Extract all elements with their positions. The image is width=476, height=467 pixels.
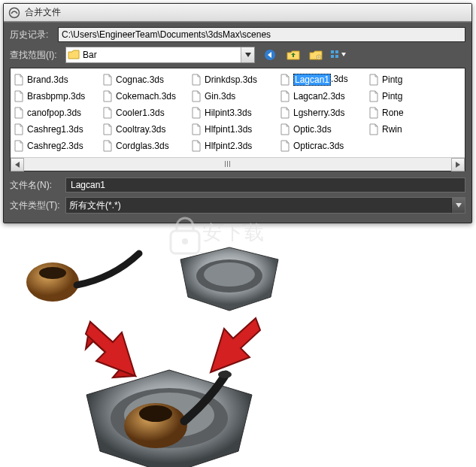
svg-point-12	[204, 262, 255, 287]
document-icon	[102, 123, 113, 135]
file-item[interactable]: Drinkdsp.3ds	[191, 73, 277, 86]
file-list-pane[interactable]: Brand.3dsBrasbpmp.3dscanofpop.3dsCashreg…	[10, 68, 465, 171]
document-icon	[280, 90, 290, 102]
scroll-right-button[interactable]	[451, 158, 465, 171]
document-icon	[191, 123, 202, 135]
history-input[interactable]	[58, 27, 465, 42]
file-name: canofpop.3ds	[27, 108, 81, 118]
history-label: 历史记录:	[10, 29, 58, 41]
svg-point-17	[218, 371, 232, 378]
file-name: Hlfpint1.3ds	[205, 124, 252, 135]
file-name: Brasbpmp.3ds	[27, 91, 85, 102]
scrollbar-grip-icon	[217, 159, 239, 168]
svg-rect-6	[335, 55, 338, 58]
document-icon	[368, 74, 379, 86]
file-item[interactable]: Brasbpmp.3ds	[14, 89, 99, 103]
document-icon	[191, 90, 202, 102]
lookin-label: 查找范围(I):	[10, 49, 65, 62]
combo-dropdown-icon[interactable]	[241, 47, 254, 62]
file-name: Hlfpint2.3ds	[205, 141, 252, 151]
file-item[interactable]: Hlfpint2.3ds	[191, 139, 277, 153]
file-item[interactable]: Brand.3ds	[14, 73, 99, 86]
document-icon	[102, 107, 113, 119]
lookin-row: 查找范围(I): Bar	[10, 47, 465, 63]
file-name: Opticrac.3ds	[293, 141, 344, 151]
svg-rect-4	[335, 50, 338, 53]
file-column: Brand.3dsBrasbpmp.3dscanofpop.3dsCashreg…	[14, 73, 99, 156]
file-item[interactable]: Cashreg1.3ds	[14, 123, 99, 136]
views-button[interactable]	[330, 47, 347, 62]
file-name: Drinkdsp.3ds	[205, 74, 257, 85]
document-icon	[368, 123, 379, 135]
file-item[interactable]: Lagcan2.3ds	[280, 89, 365, 103]
file-item[interactable]: Pintg	[368, 73, 454, 86]
file-name: Cooltray.3ds	[116, 124, 165, 135]
file-item[interactable]: Opticrac.3ds	[280, 139, 365, 153]
document-icon	[191, 107, 202, 119]
document-icon	[280, 107, 290, 119]
file-item[interactable]: Gin.3ds	[191, 89, 277, 103]
new-folder-button[interactable]	[308, 47, 324, 62]
file-name: Gin.3ds	[205, 91, 235, 102]
file-name: Cognac.3ds	[116, 74, 164, 85]
illustration-area	[0, 214, 476, 467]
file-item[interactable]: Cognac.3ds	[102, 73, 188, 86]
document-icon	[102, 74, 113, 86]
window-title: 合并文件	[25, 6, 61, 19]
filetype-value: 所有文件(*.*)	[69, 199, 121, 212]
document-icon	[14, 90, 24, 102]
file-item[interactable]: Hilpint3.3ds	[191, 106, 277, 120]
file-item[interactable]: Rone	[368, 106, 454, 120]
filetype-label: 文件类型(T):	[10, 199, 65, 212]
up-folder-button[interactable]	[285, 47, 302, 62]
file-item[interactable]: Rwin	[368, 123, 454, 136]
file-name: Hilpint3.3ds	[205, 108, 252, 118]
horizontal-scrollbar[interactable]	[11, 157, 465, 171]
lookin-folder-name: Bar	[81, 50, 241, 60]
file-item[interactable]: Cooler1.3ds	[102, 106, 188, 120]
file-name: Cashreg2.3ds	[27, 141, 83, 151]
scrollbar-track[interactable]	[24, 158, 451, 171]
back-button[interactable]	[262, 47, 279, 62]
filetype-combo[interactable]: 所有文件(*.*)	[65, 197, 465, 214]
file-column: Cognac.3dsCokemach.3dsCooler1.3dsCooltra…	[102, 73, 188, 156]
scroll-left-button[interactable]	[11, 158, 24, 171]
dialog-body: 历史记录: 查找范围(I): Bar	[4, 22, 471, 223]
svg-point-0	[10, 8, 20, 17]
svg-point-16	[139, 405, 172, 422]
titlebar[interactable]: 合并文件	[4, 4, 471, 22]
file-item[interactable]: Pintg	[368, 89, 454, 103]
file-name: Rone	[382, 108, 404, 118]
file-item[interactable]: Cokemach.3ds	[102, 89, 188, 103]
file-item[interactable]: Cooltray.3ds	[102, 123, 188, 136]
lookin-combo[interactable]: Bar	[65, 47, 255, 63]
file-item[interactable]: Optic.3ds	[280, 123, 365, 136]
file-item[interactable]: Cashreg2.3ds	[14, 139, 99, 153]
file-name: Lagcan2.3ds	[293, 91, 345, 102]
file-name: Brand.3ds	[27, 74, 68, 85]
filetype-row: 文件类型(T): 所有文件(*.*)	[10, 197, 465, 214]
document-icon	[191, 140, 202, 152]
file-name: Pintg	[382, 91, 402, 102]
file-item[interactable]: canofpop.3ds	[14, 106, 99, 120]
document-icon	[14, 107, 24, 119]
file-column: PintgPintgRoneRwin	[368, 73, 454, 156]
filetype-dropdown-icon[interactable]	[451, 198, 465, 213]
file-name: Rwin	[382, 124, 402, 135]
file-item[interactable]: Lgsherry.3ds	[280, 106, 365, 120]
file-item[interactable]: Lagcan1.3ds	[280, 73, 365, 86]
file-item[interactable]: Cordglas.3ds	[102, 139, 188, 153]
app-icon	[8, 7, 20, 19]
merge-files-dialog: 合并文件 历史记录: 查找范围(I): Bar	[3, 3, 472, 223]
file-column: Lagcan1.3dsLagcan2.3dsLgsherry.3dsOptic.…	[280, 73, 365, 156]
document-icon	[280, 74, 290, 86]
svg-rect-5	[331, 55, 334, 58]
file-column: Drinkdsp.3dsGin.3dsHilpint3.3dsHlfpint1.…	[191, 73, 277, 156]
file-name: Cokemach.3ds	[116, 91, 176, 102]
document-icon	[102, 140, 113, 152]
filename-input[interactable]	[65, 177, 465, 193]
file-item[interactable]: Hlfpint1.3ds	[191, 123, 277, 136]
history-row: 历史记录:	[10, 27, 465, 42]
folder-icon	[66, 50, 81, 60]
file-name: Pintg	[382, 74, 402, 85]
